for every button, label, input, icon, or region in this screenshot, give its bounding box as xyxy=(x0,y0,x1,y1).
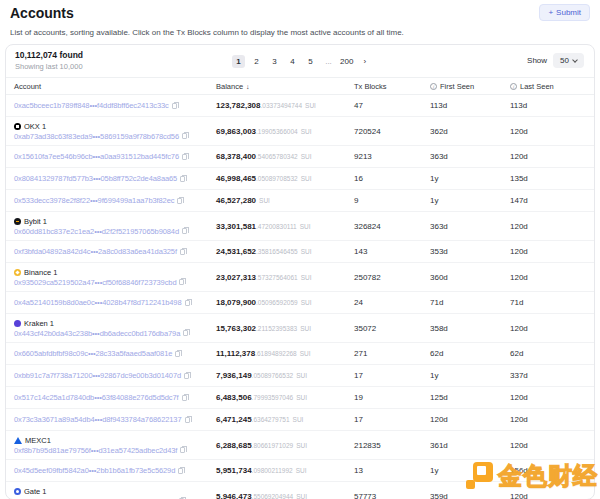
first-seen-cell: 120d xyxy=(430,415,510,424)
account-address-row: 0x517c14c25a1d7840db•••63f84088e276d5d5d… xyxy=(14,393,216,402)
balance-integer: 7,936,149 xyxy=(216,371,252,380)
copy-icon[interactable] xyxy=(182,228,187,234)
account-label: Gate 1 xyxy=(24,487,47,496)
column-tx-blocks-label: Tx Blocks xyxy=(354,82,387,91)
copy-icon[interactable] xyxy=(172,103,177,109)
copy-icon[interactable] xyxy=(184,373,189,379)
balance-unit: SUI xyxy=(293,416,304,423)
submit-button[interactable]: + Submit xyxy=(539,4,590,21)
balance-unit: SUI xyxy=(300,350,311,357)
account-address-link[interactable]: 0x533decc3978e2f8f22•••9f699499a1aa7b3f8… xyxy=(14,196,174,205)
found-count: 10,112,074 found xyxy=(15,50,83,60)
table-row: OKX 10xab73ad38c63f83eda9•••5869159a9f78… xyxy=(6,117,594,146)
first-seen-cell: 358d xyxy=(430,324,510,333)
table-row: 0xac5bceec1b789ff848•••f4ddf8bff6ec2413c… xyxy=(6,95,594,117)
pagination-page[interactable]: 200 xyxy=(340,55,353,68)
column-account-label: Account xyxy=(14,82,41,91)
balance-decimals: .05089766532 xyxy=(252,372,294,379)
page-size-dropdown[interactable]: 50 xyxy=(553,53,584,68)
first-seen-cell: 1y xyxy=(430,174,510,183)
copy-icon[interactable] xyxy=(182,133,187,139)
pagination: 12345...200› xyxy=(232,55,371,68)
copy-icon[interactable] xyxy=(185,417,190,423)
account-cell: 0x80841329787fd577b3•••05b8ff752c2de4a8a… xyxy=(14,174,216,183)
balance-integer: 6,471,245 xyxy=(216,415,252,424)
copy-icon[interactable] xyxy=(180,176,185,182)
info-icon xyxy=(430,83,437,90)
account-address-link[interactable]: 0xf8b7b95d81ae79756f•••d31ea57425adbec2d… xyxy=(14,446,177,455)
last-seen-cell: 120d xyxy=(510,393,586,402)
page-title: Accounts xyxy=(10,5,590,21)
page-subtitle: List of accounts, sorting available. Cli… xyxy=(10,28,590,37)
table-row: 0x4a52140159b8d0ae0c•••4028b47f8d712241b… xyxy=(6,292,594,314)
balance-cell: 6,483,506.79993597046SUI xyxy=(216,393,354,402)
balance-unit: SUI xyxy=(300,325,311,332)
account-address-link[interactable]: 0xf3bfda04892a842d4c•••2a8c0d83a6ea41da3… xyxy=(14,247,177,256)
first-seen-cell: 1y xyxy=(430,371,510,380)
column-tx-blocks[interactable]: Tx Blocks xyxy=(354,82,430,91)
balance-integer: 68,378,400 xyxy=(216,152,256,161)
copy-icon[interactable] xyxy=(177,198,182,204)
balance-cell: 6,288,685.80661971029SUI xyxy=(216,441,354,450)
balance-integer: 11,112,378 xyxy=(216,349,255,358)
account-address-row: 0x15610fa7ee546b96cb•••a0aa931512bad445f… xyxy=(14,152,216,161)
copy-icon[interactable] xyxy=(185,300,190,306)
copy-icon[interactable] xyxy=(179,279,184,285)
account-address-link[interactable]: 0xac5bceec1b789ff848•••f4ddf8bff6ec2413c… xyxy=(14,101,169,110)
mexc-icon xyxy=(14,437,22,444)
account-address-link[interactable]: 0x45d5eef09fbf5842a0•••2bb1b6a1fb73e5c56… xyxy=(14,466,175,475)
column-first-seen: First Seen xyxy=(430,82,510,91)
account-address-link[interactable]: 0x4a52140159b8d0ae0c•••4028b47f8d712241b… xyxy=(14,298,182,307)
last-seen-cell: 135d xyxy=(510,174,586,183)
account-address-link[interactable]: 0x15610fa7ee546b96cb•••a0aa931512bad445f… xyxy=(14,152,179,161)
account-address-link[interactable]: 0x80841329787fd577b3•••05b8ff752c2de4a8a… xyxy=(14,174,177,183)
first-seen-cell: 113d xyxy=(430,101,510,110)
balance-integer: 46,527,280 xyxy=(216,196,256,205)
first-seen-cell: 361d xyxy=(430,441,510,450)
balance-unit: SUI xyxy=(296,467,307,474)
account-cell: OKX 10xab73ad38c63f83eda9•••5869159a9f78… xyxy=(14,122,216,141)
copy-icon[interactable] xyxy=(182,154,187,160)
account-name-row: MEXC1 xyxy=(14,436,216,445)
copy-icon[interactable] xyxy=(183,330,188,336)
balance-decimals: .80661971029 xyxy=(252,442,294,449)
toolbar: 10,112,074 found Showing last 10,000 123… xyxy=(6,45,594,78)
account-address-row: 0x45d5eef09fbf5842a0•••2bb1b6a1fb73e5c56… xyxy=(14,466,216,475)
pagination-page[interactable]: 3 xyxy=(268,55,281,68)
pagination-next-icon[interactable]: › xyxy=(358,55,371,68)
account-address-row: 0x73c3a3671a89a54db4•••d8f9433784a768622… xyxy=(14,415,216,424)
account-address-link[interactable]: 0xab73ad38c63f83eda9•••5869159a9f78b678c… xyxy=(14,132,179,141)
table-row: Kraken 10x443cf42b0da43c238b•••db6adecc0… xyxy=(6,314,594,343)
copy-icon[interactable] xyxy=(175,351,180,357)
copy-icon[interactable] xyxy=(178,468,183,474)
column-balance[interactable]: Balance ↓ xyxy=(216,82,354,91)
copy-icon[interactable] xyxy=(180,447,185,453)
copy-icon[interactable] xyxy=(180,249,185,255)
balance-integer: 6,483,506 xyxy=(216,393,252,402)
pagination-page[interactable]: 5 xyxy=(304,55,317,68)
account-address-link[interactable]: 0x6605abfdbfbf98c09c•••28c33a5faaed5aaf0… xyxy=(14,349,172,358)
account-name-row: Kraken 1 xyxy=(14,319,216,328)
account-address-row: 0x60dd81bc837e2c1ea2•••d2f2f521957065b90… xyxy=(14,227,216,236)
balance-unit: SUI xyxy=(301,153,312,160)
first-seen-cell: 363d xyxy=(430,152,510,161)
account-address-link[interactable]: 0x517c14c25a1d7840db•••63f84088e276d5d5d… xyxy=(14,393,179,402)
account-address-row: 0x533decc3978e2f8f22•••9f699499a1aa7b3f8… xyxy=(14,196,216,205)
account-address-link[interactable]: 0x73c3a3671a89a54db4•••d8f9433784a768622… xyxy=(14,415,182,424)
copy-icon[interactable] xyxy=(182,395,187,401)
pagination-page[interactable]: 1 xyxy=(232,55,245,68)
account-address-link[interactable]: 0x443cf42b0da43c238b•••db6adecc0bd176dba… xyxy=(14,329,180,338)
balance-decimals: .05096592059 xyxy=(256,299,298,306)
balance-integer: 5,951,734 xyxy=(216,466,252,475)
pagination-page[interactable]: 2 xyxy=(250,55,263,68)
first-seen-cell: 1y xyxy=(430,196,510,205)
balance-unit: SUI xyxy=(296,394,307,401)
account-address-link[interactable]: 0x935029ca5219502a47•••cf50f68846f723739… xyxy=(14,278,176,287)
table-row: 0x6605abfdbfbf98c09c•••28c33a5faaed5aaf0… xyxy=(6,343,594,365)
table-row: Binance 10x935029ca5219502a47•••cf50f688… xyxy=(6,263,594,292)
gate-icon xyxy=(14,488,21,495)
pagination-page[interactable]: 4 xyxy=(286,55,299,68)
account-address-link[interactable]: 0x60dd81bc837e2c1ea2•••d2f2f521957065b90… xyxy=(14,227,179,236)
account-cell: Kraken 10x443cf42b0da43c238b•••db6adecc0… xyxy=(14,319,216,338)
account-address-link[interactable]: 0xbb91c7a7f738a71200•••92867dc9e00b3d014… xyxy=(14,371,181,380)
